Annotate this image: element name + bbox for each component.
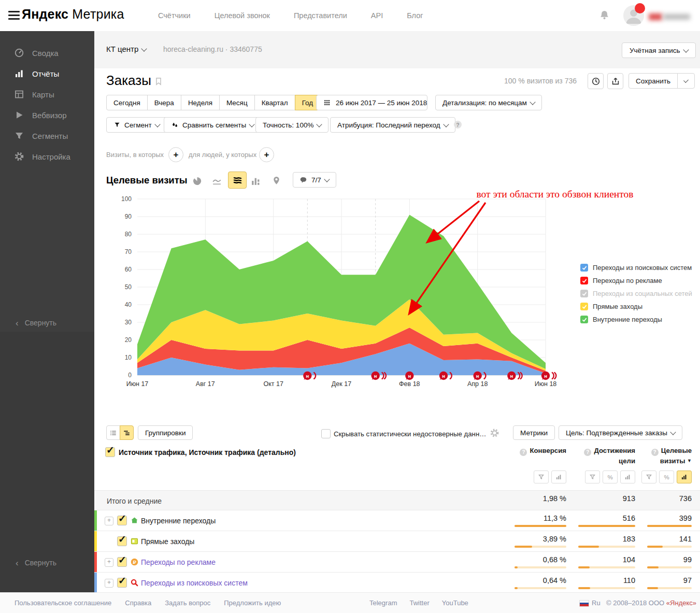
legend-label: Переходы из поисковых систем	[593, 264, 692, 272]
help-icon[interactable]: ?	[454, 121, 462, 129]
info-icon[interactable]: ?	[520, 449, 527, 456]
nav-item-api[interactable]: API	[371, 11, 383, 20]
date-range-button[interactable]: 26 июн 2017 — 25 июн 2018	[316, 95, 427, 110]
sidebar-item-сегменты[interactable]: Сегменты	[0, 125, 94, 146]
accuracy-button[interactable]: Точность: 100%	[255, 117, 328, 133]
footer-link[interactable]: Пользовательское соглашение	[15, 599, 111, 607]
info-icon[interactable]: ?	[584, 449, 591, 456]
nav-item-счётчики[interactable]: Счётчики	[158, 11, 191, 20]
dimension-checkbox[interactable]	[105, 447, 115, 457]
sidebar-item-сводка[interactable]: Сводка	[0, 42, 94, 63]
sidebar-collapse-button-2[interactable]: ‹ Свернуть	[0, 555, 110, 571]
account-button[interactable]: Учётная запись	[622, 42, 696, 58]
sidebar-item-label: Отчёты	[32, 69, 59, 78]
sidebar-collapse-button[interactable]: ‹ Свернуть	[0, 315, 110, 331]
metric-bar	[578, 587, 635, 589]
reports-icon	[14, 68, 24, 79]
legend-checkbox[interactable]	[580, 303, 588, 310]
nav-item-представители[interactable]: Представители	[294, 11, 347, 20]
row-checkbox[interactable]	[117, 557, 127, 567]
tool-filter-button[interactable]	[534, 471, 549, 483]
goal-selector-button[interactable]: Цель: Подтвержденные заказы	[559, 425, 682, 440]
y-tick-label: 60	[125, 266, 132, 273]
metrics-button[interactable]: Метрики	[513, 425, 555, 440]
language-switcher[interactable]: Ru	[592, 599, 601, 607]
tree-view-button[interactable]	[120, 425, 134, 440]
column-header-3[interactable]: ?Целевые визиты ▼	[630, 446, 692, 466]
logo[interactable]: Яндекс Метрика	[22, 7, 124, 22]
legend-checkbox[interactable]	[580, 277, 588, 284]
legend-checkbox[interactable]	[580, 290, 588, 297]
compare-segments-button[interactable]: Сравнить сегменты	[164, 117, 261, 133]
period-button-месяц[interactable]: Месяц	[219, 95, 255, 110]
tool-percent-button[interactable]: %	[603, 471, 618, 483]
period-button-сегодня[interactable]: Сегодня	[106, 95, 148, 110]
sidebar-item-карты[interactable]: Карты	[0, 84, 94, 105]
expand-button[interactable]: +	[105, 558, 113, 567]
nav-item-блог[interactable]: Блог	[407, 11, 423, 20]
save-dropdown-button[interactable]	[677, 73, 695, 89]
attribution-button[interactable]: Атрибуция: Последний переход	[330, 117, 455, 133]
save-button[interactable]: Сохранить	[628, 73, 678, 89]
expand-button[interactable]: +	[105, 579, 113, 588]
tool-filter-button[interactable]	[585, 471, 600, 483]
add-visit-condition-button[interactable]: +	[168, 147, 183, 162]
column-header-2[interactable]: ?Достижения цели	[568, 446, 635, 466]
segment-button[interactable]: Сегмент	[106, 117, 167, 133]
legend-checkbox[interactable]	[580, 316, 588, 323]
history-button[interactable]	[588, 73, 604, 89]
footer-social-link[interactable]: Telegram	[369, 599, 397, 607]
add-people-condition-button[interactable]: +	[259, 147, 274, 162]
legend-item[interactable]: Переходы из социальных сетей	[580, 287, 699, 300]
counter-selector[interactable]: КТ центр	[106, 45, 146, 53]
sidebar-item-отчёты[interactable]: Отчёты	[0, 63, 94, 84]
tool-bars-button[interactable]	[677, 471, 692, 483]
expand-button[interactable]: +	[105, 517, 113, 525]
hide-unreliable-checkbox[interactable]	[321, 429, 331, 438]
bookmark-icon[interactable]	[154, 77, 163, 86]
nav-item-целевой-звонок[interactable]: Целевой звонок	[215, 11, 270, 20]
legend-item[interactable]: Внутренние переходы	[580, 313, 699, 326]
footer-link[interactable]: Предложить идею	[224, 599, 281, 607]
export-button[interactable]	[607, 73, 623, 89]
groupings-button[interactable]: Группировки	[138, 425, 193, 440]
sidebar-item-вебвизор[interactable]: Вебвизор	[0, 105, 94, 125]
legend-checkbox[interactable]	[580, 264, 588, 272]
row-checkbox[interactable]	[117, 516, 127, 525]
row-label[interactable]: Переходы по рекламе	[141, 558, 216, 566]
x-tick-label: Авг 17	[196, 380, 215, 388]
detalization-button[interactable]: Детализация: по месяцам	[435, 95, 542, 110]
sidebar-item-настройка[interactable]: Настройка	[0, 146, 94, 167]
legend-item[interactable]: Переходы из поисковых систем	[580, 261, 699, 274]
period-button-квартал[interactable]: Квартал	[254, 95, 295, 110]
goal-visits-chart[interactable]: 0102030405060708090100Июн 17Авг 17Окт 17…	[117, 184, 557, 394]
footer-link[interactable]: Задать вопрос	[165, 599, 210, 607]
row-checkbox[interactable]	[117, 578, 127, 588]
bell-icon[interactable]	[598, 9, 610, 21]
metric-value: 3,89 %	[515, 535, 566, 548]
sidebar-item-label: Сегменты	[32, 132, 68, 140]
counter-domain: horeca-cleaning.ru · 33460775	[163, 45, 262, 53]
legend-item[interactable]: Переходы по рекламе	[580, 274, 699, 287]
legend-item[interactable]: Прямые заходы	[580, 300, 699, 313]
tool-percent-button[interactable]: %	[659, 471, 674, 483]
y-tick-label: 10	[125, 354, 132, 361]
row-label[interactable]: Переходы из поисковых систем	[141, 579, 248, 587]
info-icon[interactable]: ?	[651, 449, 659, 456]
drops-icon	[171, 121, 179, 129]
column-header-1[interactable]: ?Конверсия	[483, 446, 566, 456]
gauge-icon	[14, 48, 24, 58]
menu-icon[interactable]	[8, 11, 20, 20]
webvisor-icon	[14, 110, 24, 120]
list-view-button[interactable]	[106, 425, 120, 440]
row-checkbox[interactable]	[117, 536, 127, 546]
tool-bars-button[interactable]	[551, 471, 566, 483]
period-button-неделя[interactable]: Неделя	[181, 95, 220, 110]
metric-value: 399	[647, 514, 692, 527]
tool-filter-button[interactable]	[641, 471, 656, 483]
footer-social-link[interactable]: Twitter	[409, 599, 429, 607]
period-button-вчера[interactable]: Вчера	[147, 95, 181, 110]
footer-link[interactable]: Справка	[125, 599, 151, 607]
footer-social-link[interactable]: YouTube	[442, 599, 468, 607]
table-settings-gear-icon[interactable]	[490, 428, 499, 438]
